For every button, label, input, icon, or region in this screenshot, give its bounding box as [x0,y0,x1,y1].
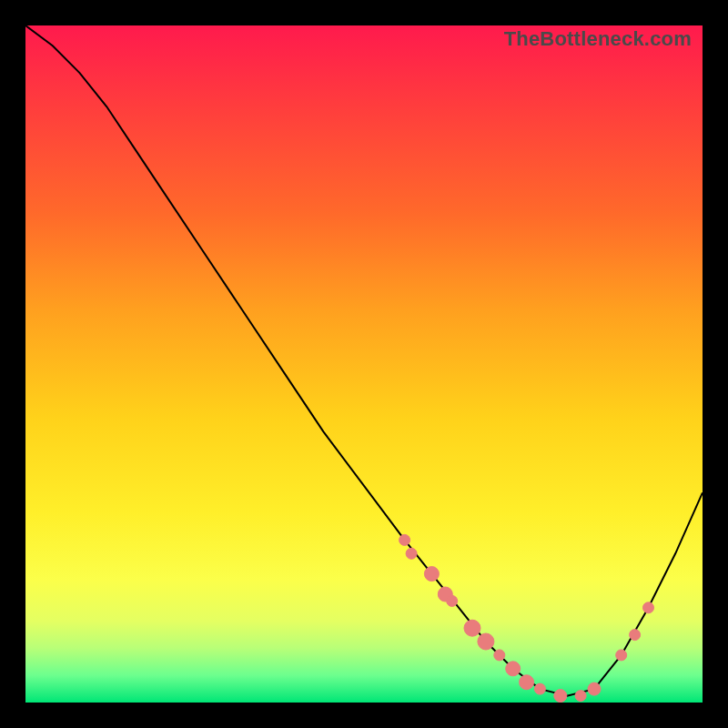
marker-dot [399,534,410,545]
marker-dot [554,690,567,703]
marker-dot [447,595,458,606]
marker-dot [424,567,439,581]
marker-dot [506,662,521,676]
marker-dot [406,548,417,559]
marker-dot [494,650,505,661]
marker-dot [643,602,654,613]
marker-dot [520,675,534,690]
bottleneck-curve [25,25,703,696]
marker-dots [399,534,654,702]
marker-dot [630,630,641,641]
marker-dot [588,682,601,695]
marker-dot [478,633,494,650]
chart-svg [25,25,703,703]
marker-dot [534,683,545,694]
marker-dot [616,650,627,661]
marker-dot [464,620,480,636]
marker-dot [575,691,586,702]
chart-plot-area: TheBottleneck.com [25,25,703,703]
